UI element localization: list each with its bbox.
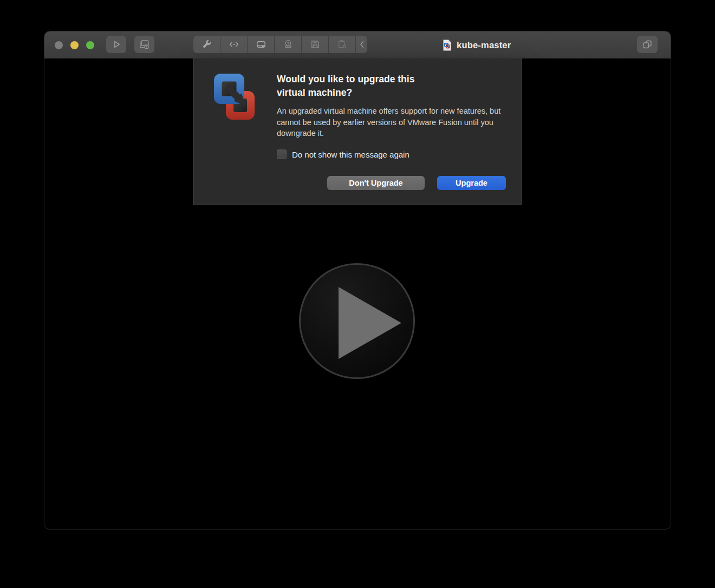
vm-window: kube-master [44,31,671,529]
window-zoom-button[interactable] [86,41,94,49]
toolbar-button-floppy[interactable] [302,36,329,53]
do-not-show-checkbox-row: Do not show this message again [277,149,410,159]
toolbar-button-camera[interactable] [275,36,302,53]
window-title-group: kube-master [442,31,511,58]
play-overlay-icon [301,265,417,381]
camera-icon [283,39,294,50]
hard-disk-icon [256,39,266,50]
dont-upgrade-button[interactable]: Don't Upgrade [327,176,425,190]
window-minimize-button[interactable] [70,41,79,49]
toolbar-button-hard-disk[interactable] [248,36,275,53]
floppy-disk-icon [310,39,321,50]
toolbar-device-cluster [193,36,367,53]
titlebar: kube-master [44,31,671,58]
do-not-show-checkbox[interactable] [277,149,287,159]
window-title: kube-master [457,40,511,50]
toolbar-button-settings[interactable] [193,36,220,53]
vm-document-icon [442,39,452,51]
play-icon [112,40,121,49]
vm-start-play-button[interactable] [299,263,415,379]
toolbar-button-play[interactable] [106,36,126,53]
overlapping-windows-icon [641,39,653,50]
upgrade-button[interactable]: Upgrade [437,176,506,190]
collapse-chevron-icon [359,40,365,49]
clipboard-gear-icon [337,39,348,50]
do-not-show-checkbox-label[interactable]: Do not show this message again [292,150,410,159]
toolbar-button-clipboard[interactable] [329,36,356,53]
toolbar-button-show-all-windows[interactable] [637,36,658,53]
toolbar-collapse-button[interactable] [356,36,367,53]
wrench-icon [202,39,212,50]
vmware-fusion-logo [213,73,257,121]
toolbar-button-network[interactable] [220,36,248,53]
dialog-buttons: Don't Upgrade Upgrade [327,176,506,190]
snapshots-icon [139,39,150,50]
dialog-heading: Would you like to upgrade this virtual m… [277,73,439,100]
dialog-body-text: An upgraded virtual machine offers suppo… [277,106,502,139]
angle-brackets-icon [229,40,239,49]
upgrade-dialog: Would you like to upgrade this virtual m… [193,58,522,205]
window-close-button[interactable] [55,41,63,49]
toolbar-button-snapshots[interactable] [134,36,154,53]
